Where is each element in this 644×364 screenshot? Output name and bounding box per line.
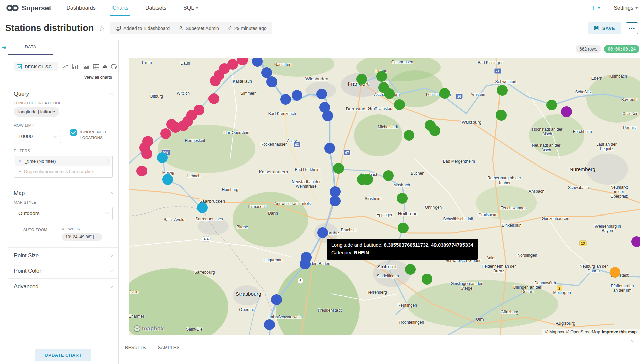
superset-logo[interactable]: Superset: [6, 4, 51, 12]
map-city-label: Bad Mergentheim: [443, 159, 475, 164]
map-point-blue[interactable]: [324, 143, 335, 154]
map-point-green[interactable]: [376, 71, 387, 82]
map-point-green[interactable]: [398, 223, 409, 233]
lonlat-label: LONGITUDE & LATITUDE: [14, 101, 113, 105]
favorite-star-icon[interactable]: ☆: [99, 24, 105, 33]
map-point-green[interactable]: [546, 100, 557, 110]
map-point-blue[interactable]: [280, 94, 291, 105]
map-point-green[interactable]: [356, 74, 367, 85]
map-point-green[interactable]: [333, 163, 344, 174]
section-point-color[interactable]: Point Color: [14, 263, 113, 278]
map-point-blue[interactable]: [264, 319, 275, 330]
line-chart-icon[interactable]: [62, 64, 69, 70]
view-all-charts-link[interactable]: View all charts: [14, 75, 112, 80]
auto-zoom-group[interactable]: AUTO ZOOM: [14, 227, 47, 241]
map-point-green[interactable]: [394, 99, 405, 110]
map-point-pink[interactable]: [141, 148, 152, 159]
map-point-blue[interactable]: [317, 227, 328, 238]
map-point-green[interactable]: [429, 125, 440, 136]
map-point-purple[interactable]: [561, 106, 572, 117]
collapse-panel-icon[interactable]: ⇥: [2, 45, 6, 51]
viz-type-selected[interactable]: DECK.GL SC...: [14, 62, 58, 71]
dashboard-count-badge[interactable]: Added to 1 dashboard: [115, 25, 170, 31]
map-point-pink[interactable]: [208, 93, 219, 104]
tab-data[interactable]: DATA: [8, 40, 53, 55]
map-city-label: Hermeskeil: [185, 139, 205, 143]
save-button[interactable]: SAVE: [588, 22, 621, 34]
map-point-orange[interactable]: [610, 267, 620, 278]
map-point-cyan[interactable]: [197, 202, 208, 213]
row-limit-select[interactable]: 10000: [14, 130, 61, 143]
map-point-blue[interactable]: [292, 90, 302, 101]
map-point-purple[interactable]: [631, 236, 640, 247]
map-style-select[interactable]: Outdoors: [14, 207, 113, 220]
last-modified-badge[interactable]: 29 minutes ago: [227, 26, 267, 31]
map-city-label: Mosbach: [393, 183, 410, 187]
map-canvas[interactable]: PrümDaunNastättenGelnhausenBad Kissingen…: [129, 58, 640, 335]
map-city-label: Bad Dürkheim: [295, 168, 321, 172]
viz-4k-label[interactable]: 4k: [103, 64, 107, 69]
unchecked-checkbox-icon[interactable]: [14, 227, 20, 233]
table-icon[interactable]: [93, 64, 99, 70]
map-point-green[interactable]: [405, 264, 416, 275]
map-point-blue[interactable]: [271, 294, 282, 305]
bar-chart-icon[interactable]: [72, 64, 79, 70]
road-shield: 67: [344, 150, 351, 155]
row-count-badge: 662 rows: [576, 45, 601, 53]
section-advanced[interactable]: Advanced: [14, 279, 113, 294]
new-item-menu[interactable]: +: [591, 4, 600, 12]
nav-item-datasets[interactable]: Datasets: [145, 0, 166, 16]
map-point-green[interactable]: [362, 174, 373, 185]
map-point-green[interactable]: [497, 85, 508, 96]
map-tooltip: Longitude and Latitude: 8.30556376651173…: [327, 239, 478, 260]
nav-item-sql[interactable]: SQL: [183, 0, 198, 16]
more-actions-button[interactable]: •••: [626, 22, 638, 34]
checked-checkbox-icon[interactable]: [70, 129, 77, 136]
map-point-pink[interactable]: [166, 119, 177, 130]
nav-item-dashboards[interactable]: Dashboards: [66, 0, 95, 16]
map-point-cyan[interactable]: [157, 152, 168, 163]
filter-chip-time[interactable]: × _time (No filter): [15, 156, 111, 166]
map-point-blue[interactable]: [322, 110, 333, 121]
tab-results[interactable]: RESULTS: [125, 345, 146, 350]
map-point-green[interactable]: [422, 274, 432, 285]
map-point-green[interactable]: [383, 170, 394, 181]
map-point-pink[interactable]: [136, 166, 147, 176]
section-point-size[interactable]: Point Size: [14, 248, 113, 263]
map-point-pink[interactable]: [160, 128, 171, 139]
attribution-mapbox-link[interactable]: © Mapbox: [545, 330, 564, 334]
chevron-down-icon: [109, 268, 113, 272]
panel-body: DECK.GL SC...: [8, 62, 118, 294]
nav-item-charts[interactable]: Charts: [112, 0, 128, 16]
map-city-label: Crailsheim: [478, 213, 497, 217]
chevron-down-icon: [105, 211, 109, 214]
area-chart-icon[interactable]: [83, 64, 90, 70]
ignore-null-group[interactable]: IGNORE NULL LOCATIONS: [70, 129, 115, 143]
row-limit-value: 10000: [18, 133, 33, 139]
owner-badge[interactable]: Superset Admin: [178, 26, 219, 31]
map-point-green[interactable]: [397, 193, 408, 204]
attribution-improve-link[interactable]: Improve this map: [602, 330, 637, 334]
map-point-blue[interactable]: [330, 196, 341, 206]
viewport-chip[interactable]: 10° 24' 49.86" | ...: [62, 233, 102, 241]
mapbox-logo[interactable]: ✶ mapbox: [134, 325, 164, 332]
map-section-header[interactable]: Map: [14, 190, 113, 196]
map-point-green[interactable]: [384, 88, 395, 99]
attribution-osm-link[interactable]: © OpenStreetMap: [566, 330, 600, 334]
pie-chart-icon[interactable]: [111, 64, 117, 70]
remove-filter-icon[interactable]: ×: [18, 158, 21, 164]
map-point-blue[interactable]: [300, 259, 311, 269]
map-point-pink[interactable]: [210, 75, 221, 86]
map-point-green[interactable]: [404, 130, 414, 141]
filter-drop-zone[interactable]: + Drop columns/metrics here or click: [15, 167, 111, 176]
query-section-header[interactable]: Query: [14, 91, 113, 97]
settings-menu[interactable]: Settings: [614, 5, 638, 11]
map-point-blue[interactable]: [316, 89, 327, 99]
update-chart-button[interactable]: UPDATE CHART: [35, 349, 91, 361]
map-point-green[interactable]: [439, 88, 450, 99]
map-point-blue[interactable]: [266, 76, 277, 87]
tab-samples[interactable]: SAMPLES: [158, 345, 180, 350]
lonlat-chip[interactable]: longitude | latitude: [14, 107, 59, 117]
map-point-green[interactable]: [496, 110, 507, 121]
map-point-cyan[interactable]: [162, 174, 173, 185]
